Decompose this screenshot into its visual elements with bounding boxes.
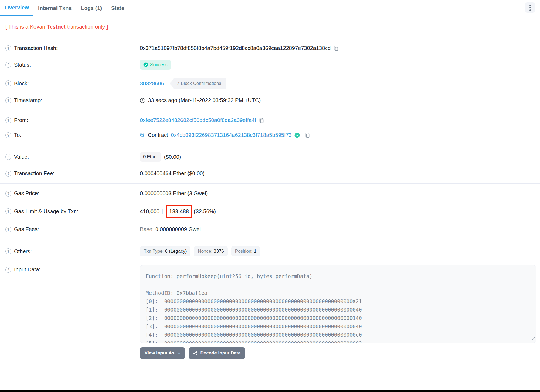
notice-suffix: transaction only ]: [66, 24, 108, 30]
tab-bar: Overview Internal Txns Logs (1) State: [0, 0, 540, 16]
help-icon[interactable]: ?: [5, 208, 11, 214]
block-number-link[interactable]: 30328606: [140, 80, 164, 87]
transaction-hash-label: Transaction Hash:: [14, 45, 58, 51]
row-transaction-fee: ? Transaction Fee: 0.000400464 Ether ($0…: [0, 166, 540, 181]
row-to: ? To: Contract 0x4cb093f226983713164a621…: [0, 128, 540, 143]
others-label: Others:: [14, 248, 32, 255]
help-icon[interactable]: ?: [5, 248, 11, 254]
row-block: ? Block: 30328606 7 Block Confirmations: [0, 74, 540, 93]
transaction-fee-label: Transaction Fee:: [14, 170, 54, 177]
help-icon[interactable]: ?: [5, 117, 11, 123]
gas-fees-label: Gas Fees:: [14, 226, 39, 232]
verified-check-icon: [294, 133, 300, 138]
copy-icon[interactable]: [305, 132, 310, 138]
to-address-link[interactable]: 0x4cb093f226983713164a62138c3f718a5b595f…: [171, 132, 292, 138]
help-icon[interactable]: ?: [5, 227, 11, 232]
tab-state[interactable]: State: [106, 0, 129, 16]
section-addresses: ? From: 0xfee7522e8482682cf50ddc50a0f8da…: [0, 110, 540, 145]
row-gas-limit-usage: ? Gas Limit & Usage by Txn: 410,000 | 13…: [0, 201, 540, 222]
row-status: ? Status: Success: [0, 56, 540, 74]
gas-usage-percent: (32.56%): [194, 208, 216, 215]
value-label: Value:: [14, 154, 29, 160]
kebab-icon: [529, 5, 531, 6]
copy-icon[interactable]: [333, 45, 339, 51]
tab-overview[interactable]: Overview: [0, 0, 33, 16]
help-icon[interactable]: ?: [5, 154, 11, 160]
row-gas-price: ? Gas Price: 0.000000003 Ether (3 Gwei): [0, 186, 540, 201]
kebab-menu-button[interactable]: [525, 2, 535, 13]
gas-limit-label: Gas Limit & Usage by Txn:: [14, 208, 78, 215]
row-from: ? From: 0xfee7522e8482682cf50ddc50a0f8da…: [0, 113, 540, 128]
tab-logs[interactable]: Logs (1): [76, 0, 106, 16]
check-circle-icon: [143, 62, 148, 67]
help-icon[interactable]: ?: [5, 267, 11, 273]
kebab-icon: [529, 7, 531, 8]
nonce-badge: Nonce: 3376: [194, 246, 227, 256]
block-confirmations-badge: 7 Block Confirmations: [170, 78, 226, 89]
from-label: From:: [14, 117, 28, 123]
testnet-notice: [ This is a Kovan Testnet transaction on…: [0, 16, 540, 38]
help-icon[interactable]: ?: [5, 191, 11, 197]
section-overview-top: ? Transaction Hash: 0x371a51097fb78df856…: [0, 38, 540, 110]
help-icon[interactable]: ?: [5, 132, 11, 138]
from-address-link[interactable]: 0xfee7522e8482682cf50ddc50a0f8da2a39effa…: [140, 117, 256, 123]
clock-icon: [140, 98, 145, 103]
gas-fees-base-label: Base:: [140, 226, 154, 232]
section-others-input: ? Others: Txn Type: 0 (Legacy) Nonce: 33…: [0, 239, 540, 366]
kebab-icon: [529, 9, 531, 11]
row-others: ? Others: Txn Type: 0 (Legacy) Nonce: 33…: [0, 242, 540, 261]
chevron-down-icon: ⌄: [178, 351, 181, 355]
transaction-hash-value: 0x371a51097fb78df856f8b4a7bd459f192d8cc8…: [140, 45, 331, 51]
footer-spacer: [0, 366, 540, 374]
tab-internal-txns[interactable]: Internal Txns: [33, 0, 76, 16]
view-input-as-button[interactable]: View Input As ⌄: [140, 347, 185, 359]
position-badge: Position: 1: [231, 246, 260, 256]
to-label: To:: [14, 132, 21, 138]
gas-price-value: 0.000000003 Ether (3 Gwei): [140, 190, 208, 197]
gas-limit-separator: |: [159, 208, 165, 215]
copy-icon[interactable]: [259, 117, 264, 123]
transaction-detail-page: Overview Internal Txns Logs (1) State [ …: [0, 0, 540, 392]
timestamp-value: 33 secs ago (Mar-11-2022 03:59:32 PM +UT…: [148, 97, 261, 103]
help-icon[interactable]: ?: [5, 62, 11, 68]
bottom-black-bar: [0, 390, 540, 392]
row-value: ? Value: 0 Ether ($0.00): [0, 148, 540, 166]
gas-price-label: Gas Price:: [14, 190, 39, 197]
zoom-in-icon[interactable]: [140, 133, 145, 138]
notice-prefix: [ This is a Kovan: [5, 24, 47, 30]
input-data-label: Input Data:: [14, 266, 41, 273]
to-contract-word: Contract: [148, 132, 168, 138]
status-badge-text: Success: [150, 62, 167, 67]
decode-input-data-button[interactable]: Decode Input Data: [189, 347, 245, 359]
help-icon[interactable]: ?: [5, 171, 11, 177]
status-label: Status:: [14, 62, 31, 68]
gas-limit-value: 410,000: [140, 208, 159, 215]
help-icon[interactable]: ?: [5, 80, 11, 86]
status-badge: Success: [140, 60, 171, 70]
section-value-fee: ? Value: 0 Ether ($0.00) ? Transaction F…: [0, 145, 540, 184]
gas-fees-base-value: 0.000000009 Gwei: [155, 226, 201, 232]
row-transaction-hash: ? Transaction Hash: 0x371a51097fb78df856…: [0, 41, 540, 56]
transaction-fee-value: 0.000400464 Ether ($0.00): [140, 170, 204, 177]
value-amount-badge: 0 Ether: [140, 152, 161, 162]
gas-usage-highlight-box: 133,488: [166, 205, 192, 218]
timestamp-label: Timestamp:: [14, 97, 42, 103]
value-usd: ($0.00): [164, 154, 181, 160]
input-data-actions: View Input As ⌄ Decode Input D: [140, 347, 535, 359]
decode-icon: [193, 351, 198, 356]
txn-type-badge: Txn Type: 0 (Legacy): [140, 246, 190, 256]
section-gas: ? Gas Price: 0.000000003 Ether (3 Gwei) …: [0, 184, 540, 239]
others-badges: Txn Type: 0 (Legacy) Nonce: 3376 Positio…: [140, 246, 260, 256]
input-data-content: Function: performUpkeep(uint256 id, byte…: [146, 272, 532, 343]
row-gas-fees: ? Gas Fees: Base: 0.000000009 Gwei: [0, 222, 540, 237]
notice-bold: Testnet: [47, 24, 66, 30]
input-data-textarea[interactable]: Function: performUpkeep(uint256 id, byte…: [140, 265, 536, 343]
row-timestamp: ? Timestamp: 33 secs ago (Mar-11-2022 03…: [0, 93, 540, 108]
gas-usage-value: 133,488: [169, 208, 189, 214]
block-label: Block:: [14, 80, 29, 87]
help-icon[interactable]: ?: [5, 97, 11, 103]
help-icon[interactable]: ?: [5, 45, 11, 51]
row-input-data: ? Input Data: Function: performUpkeep(ui…: [0, 261, 540, 363]
resize-grip-icon[interactable]: [532, 335, 535, 341]
